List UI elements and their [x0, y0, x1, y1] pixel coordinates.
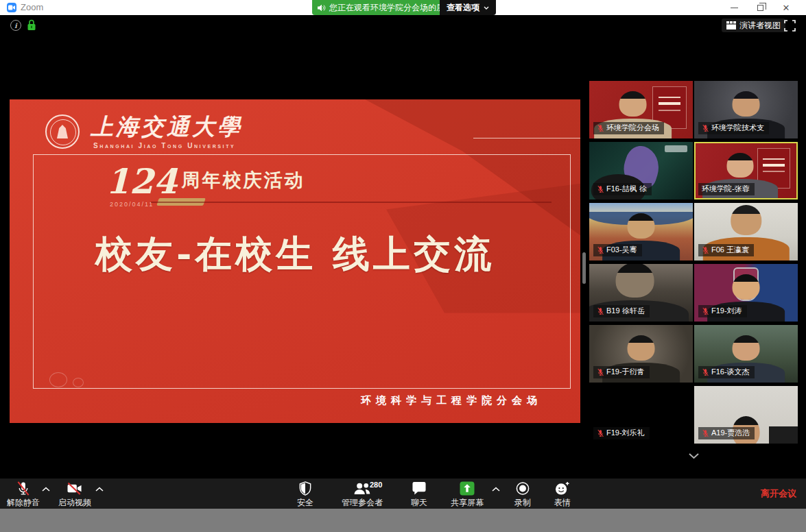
muted-mic-icon — [597, 185, 604, 193]
video-panel-scrollbar[interactable] — [582, 252, 586, 284]
participant-tile[interactable]: F03-吴骞 — [589, 203, 693, 261]
start-video-label: 启动视频 — [58, 497, 91, 509]
minimize-button[interactable] — [722, 0, 746, 15]
reactions-button[interactable]: 表情 — [545, 479, 580, 509]
chat-label: 聊天 — [411, 497, 427, 509]
audio-options-chevron[interactable] — [42, 487, 50, 492]
participant-name: F19-刘乐礼 — [606, 428, 645, 438]
video-options-chevron[interactable] — [95, 487, 104, 492]
participant-nametag: F16-谈文杰 — [698, 366, 755, 378]
anniversary-number: 124 — [106, 161, 177, 202]
share-screen-label: 共享屏幕 — [451, 497, 484, 509]
anniversary-label: 周年校庆活动 — [181, 170, 305, 191]
app-title: Zoom — [21, 2, 43, 12]
muted-mic-icon — [597, 307, 604, 315]
shield-icon — [298, 481, 312, 496]
window-titlebar: Zoom 您正在观看环境学院分会场的屏幕 查看选项 ✕ — [0, 0, 806, 15]
lantern-outline-decoration-2 — [73, 378, 84, 387]
participant-tile[interactable]: F06 王瀛寰 — [694, 203, 798, 261]
participant-tile[interactable]: F16-喆枫 徐 — [589, 142, 693, 200]
speaker-icon — [318, 4, 326, 12]
record-button[interactable]: 录制 — [505, 479, 541, 509]
participant-tile[interactable]: B19 徐轩岳 — [589, 264, 693, 322]
muted-mic-icon — [597, 368, 604, 376]
unmute-label: 解除静音 — [7, 497, 40, 509]
anniversary-date: 2020/04/11 — [110, 201, 154, 208]
participant-gallery: 环境学院分会场 环境学院技术支 F16-喆枫 徐 环境学院-张蓉 — [589, 81, 798, 444]
participant-nametag: F16-喆枫 徐 — [593, 183, 652, 195]
participant-tile[interactable]: 环境学院分会场 — [589, 81, 693, 138]
security-label: 安全 — [297, 497, 313, 509]
share-screen-icon — [459, 481, 475, 496]
gallery-grid-icon — [726, 21, 736, 29]
muted-mic-icon — [597, 429, 604, 437]
view-options-button[interactable]: 查看选项 — [440, 0, 496, 15]
participant-name: F03-吴骞 — [606, 245, 637, 255]
participant-name: 环境学院分会场 — [606, 123, 659, 133]
participant-nametag: F03-吴骞 — [593, 244, 642, 256]
participant-nametag: 环境学院-张蓉 — [698, 183, 755, 195]
more-participants-chevron-icon[interactable] — [688, 451, 700, 461]
lantern-outline-decoration — [49, 372, 67, 387]
chat-button[interactable]: 聊天 — [401, 479, 437, 509]
muted-mic-icon — [702, 429, 709, 437]
participants-label: 管理参会者 — [342, 497, 383, 509]
participant-tile[interactable]: F19-于衍青 — [589, 325, 693, 383]
participant-nametag: F19-于衍青 — [593, 366, 650, 378]
muted-mic-icon — [597, 246, 604, 254]
notification-text: 您正在观看环境学院分会场的屏幕 — [329, 2, 453, 14]
share-screen-button[interactable]: 共享屏幕 — [446, 479, 488, 509]
video-off-icon — [66, 481, 84, 496]
participants-count: 280 — [370, 481, 382, 489]
participant-tile-video-off[interactable]: F19-刘乐礼 — [589, 386, 693, 444]
slide-footer-text: 环境科学与工程学院分会场 — [361, 394, 542, 407]
record-label: 录制 — [514, 497, 531, 509]
anniversary-underline — [151, 202, 552, 203]
screen-share-notification: 您正在观看环境学院分会场的屏幕 — [312, 0, 460, 15]
encryption-lock-icon[interactable] — [27, 19, 36, 31]
participant-nametag: 环境学院分会场 — [593, 122, 664, 134]
participant-nametag: 环境学院技术支 — [698, 122, 769, 134]
security-button[interactable]: 安全 — [287, 479, 324, 509]
participant-tile[interactable]: F19-刘涛 — [694, 264, 798, 322]
smiley-plus-icon — [554, 481, 571, 496]
start-video-button[interactable]: 启动视频 — [56, 479, 93, 509]
chat-bubble-icon — [411, 481, 427, 496]
meeting-toolbar: 解除静音 启动视频 安全 280 管理参会者 聊天 共享屏幕 录制 表情 离开会… — [0, 479, 806, 509]
participant-name: F19-于衍青 — [606, 367, 645, 377]
muted-mic-icon — [702, 307, 709, 315]
meeting-info-icon[interactable]: i — [10, 20, 21, 31]
video-watermark — [665, 145, 687, 152]
record-icon — [515, 481, 530, 496]
participant-nametag: B19 徐轩岳 — [593, 305, 650, 317]
share-options-chevron[interactable] — [492, 487, 500, 492]
manage-participants-button[interactable]: 280 管理参会者 — [329, 479, 396, 509]
shared-screen-slide: 上海交通大學 Shanghai Jiao Tong University 124… — [10, 99, 580, 423]
slide-title-rule — [473, 138, 580, 138]
muted-mic-icon — [702, 368, 709, 376]
participant-name: F19-刘涛 — [711, 306, 742, 316]
participant-tile[interactable]: F16-谈文杰 — [694, 325, 798, 383]
sjtu-seal-icon — [45, 114, 80, 149]
slide-main-title: 校友-在校生 线上交流 — [10, 230, 580, 280]
muted-mic-icon — [702, 124, 709, 132]
participant-nametag: F19-刘涛 — [698, 305, 747, 317]
anniversary-heading: 124周年校庆活动 — [106, 161, 305, 202]
participant-tile[interactable]: 环境学院技术支 — [694, 81, 798, 138]
unmute-button[interactable]: 解除静音 — [5, 479, 42, 509]
leave-meeting-button[interactable]: 离开会议 — [761, 479, 796, 509]
close-button[interactable]: ✕ — [774, 0, 798, 15]
restore-button[interactable] — [748, 0, 772, 15]
participant-nametag: F19-刘乐礼 — [593, 427, 650, 439]
participant-nametag: A19-贾浩浩 — [698, 427, 755, 439]
university-name-cn: 上海交通大學 — [91, 112, 243, 143]
participant-name: 环境学院技术支 — [711, 123, 764, 133]
participant-tile[interactable]: A19-贾浩浩 — [694, 386, 798, 444]
speaker-view-button[interactable]: 演讲者视图 — [722, 19, 785, 32]
participant-name: B19 徐轩岳 — [606, 306, 645, 316]
fullscreen-icon[interactable] — [784, 20, 796, 32]
participant-nametag: F06 王瀛寰 — [698, 244, 754, 256]
muted-mic-icon — [702, 246, 709, 254]
participant-name: F16-谈文杰 — [711, 367, 750, 377]
participant-tile-active-speaker[interactable]: 环境学院-张蓉 — [694, 142, 798, 200]
